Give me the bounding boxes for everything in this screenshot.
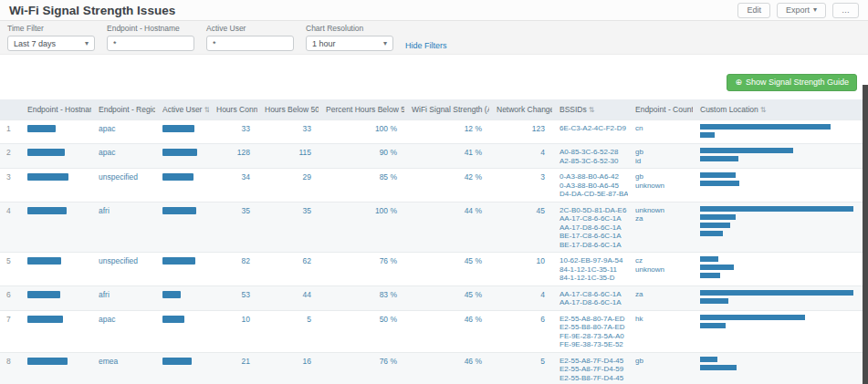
cell-active-user: [155, 120, 209, 144]
cell-endpoint-hostname: [20, 202, 91, 253]
col-header-custom-location[interactable]: Custom Location⇅: [693, 99, 863, 120]
issues-table: Endpoint - Hostname⇅Endpoint - Region⇅Ac…: [0, 99, 863, 384]
cell-wifi-signal-strength-avg: 45 %: [404, 285, 489, 310]
col-header-endpoint-country[interactable]: Endpoint - Country⇅: [628, 99, 693, 120]
edit-button[interactable]: Edit: [737, 3, 770, 18]
table-row[interactable]: 7apac10550 %46 %6E2-55-A8-80-7A-EDE2-55-…: [0, 310, 863, 352]
caret-down-icon: ▾: [383, 39, 387, 47]
hostname-redacted-bar: [27, 316, 63, 323]
table-row[interactable]: 1apac3333100 %12 %1236E-C3-A2-4C-F2-D9cn: [0, 120, 863, 144]
cell-hours-connected: 33: [209, 120, 257, 144]
col-header-label: Hours Below 50%: [265, 105, 319, 114]
table-row[interactable]: 2apac12811590 %41 %4A0-85-3C-6-52-28A2-8…: [0, 144, 863, 169]
chart-resolution-group: Chart Resolution 1 hour ▾: [306, 24, 393, 51]
col-header-endpoint-region[interactable]: Endpoint - Region⇅: [91, 99, 155, 120]
bssid-value: D4-DA-CD-5E-87-BA: [559, 190, 621, 199]
cell-custom-location: [693, 144, 863, 169]
cell-hours-connected: 35: [209, 202, 257, 253]
cell-endpoint-hostname: [20, 352, 91, 384]
active-user-filter-input[interactable]: [213, 39, 288, 48]
hostname-redacted-bar: [27, 207, 67, 214]
hostname-filter-label: Endpoint - Hostname: [107, 24, 194, 33]
col-header-network-changes[interactable]: Network Changes⇅: [489, 99, 552, 120]
table-row[interactable]: 5unspecified826276 %45 %1010-62-EB-97-9A…: [0, 253, 863, 286]
col-header-percent-hours-below-50[interactable]: Percent Hours Below 50%⇅: [319, 99, 404, 120]
cell-custom-location: [693, 169, 863, 202]
table-row[interactable]: 3unspecified342985 %42 %30-A3-88-B0-A6-4…: [0, 169, 863, 202]
col-header-label: Endpoint - Region: [99, 105, 155, 114]
vertical-scrollbar[interactable]: [863, 85, 868, 384]
cell-wifi-signal-strength-avg: 41 %: [404, 144, 489, 169]
hide-filters-link[interactable]: Hide Filters: [405, 41, 447, 50]
col-header-label: Hours Connected: [216, 105, 257, 114]
col-header-hours-below-50[interactable]: Hours Below 50%⇅: [257, 99, 319, 120]
cell-row-index: 3: [0, 169, 20, 202]
page-header: Wi-Fi Signal Strength Issues Edit Export…: [0, 0, 868, 20]
col-header-hours-connected[interactable]: Hours Connected⇅: [209, 99, 257, 120]
cell-endpoint-region: afri: [91, 285, 155, 310]
bssid-value: FE-9E-38-73-5E-52: [559, 340, 621, 349]
active-user-redacted-bar: [162, 358, 192, 365]
active-user-filter-group: Active User: [206, 24, 294, 51]
cell-wifi-signal-strength-avg: 44 %: [404, 202, 489, 253]
active-user-filter-label: Active User: [206, 24, 294, 33]
hostname-redacted-bar: [27, 291, 60, 298]
cell-percent-hours-below-50: 85 %: [319, 169, 404, 202]
col-header-bssids[interactable]: BSSIDs⇅: [552, 99, 628, 120]
cell-network-changes: 5: [489, 352, 552, 384]
cell-wifi-signal-strength-avg: 12 %: [404, 120, 489, 144]
active-user-redacted-bar: [162, 316, 184, 323]
export-button[interactable]: Export▾: [777, 3, 826, 18]
cell-active-user: [155, 352, 209, 384]
more-options-button[interactable]: …: [832, 3, 859, 18]
col-header-active-user[interactable]: Active User⇅: [155, 99, 209, 120]
show-signal-strength-guide-button[interactable]: ⊕ Show Signal Strength Guide: [727, 74, 857, 91]
country-value: gb: [635, 172, 685, 182]
cell-wifi-signal-strength-avg: 46 %: [404, 352, 489, 384]
bssid-value: AA-17-D8-6-6C-1A: [559, 223, 621, 233]
hostname-redacted-bar: [27, 257, 61, 265]
caret-down-icon: ▾: [813, 6, 817, 14]
country-value: cz: [635, 256, 685, 265]
bssid-value: BE-17-C8-6-6C-1A: [559, 232, 621, 241]
active-user-filter-field: [206, 36, 294, 51]
cell-hours-connected: 21: [209, 352, 257, 384]
time-filter-select[interactable]: Last 7 days ▾: [7, 36, 95, 51]
custom-location-bar: [700, 265, 734, 270]
table-row[interactable]: 8emea211676 %46 %5E2-55-A8-7F-D4-45E2-55…: [0, 352, 863, 384]
cell-hours-below-50: 62: [257, 253, 319, 286]
custom-location-bar: [700, 298, 728, 304]
col-header-label: BSSIDs: [559, 105, 587, 114]
col-header-wifi-signal-strength-avg[interactable]: WiFi Signal Strength (Avg)⇅: [404, 99, 489, 120]
custom-location-bar: [700, 273, 720, 278]
cell-custom-location: [693, 310, 863, 352]
cell-percent-hours-below-50: 50 %: [319, 310, 404, 352]
custom-location-bar: [700, 290, 853, 296]
time-filter-group: Time Filter Last 7 days ▾: [7, 24, 95, 51]
cell-custom-location: [693, 285, 863, 310]
country-value: id: [635, 157, 685, 166]
sort-icon: ⇅: [589, 106, 595, 114]
cell-endpoint-country: gb: [628, 352, 693, 384]
cell-network-changes: 4: [489, 144, 552, 169]
col-header-endpoint-hostname[interactable]: Endpoint - Hostname⇅: [20, 99, 91, 120]
cell-hours-connected: 10: [209, 310, 257, 352]
cell-percent-hours-below-50: 90 %: [319, 144, 404, 169]
bssid-value: A2-85-3C-6-52-30: [559, 157, 621, 166]
cell-hours-below-50: 35: [257, 202, 319, 253]
chart-resolution-select[interactable]: 1 hour ▾: [306, 36, 393, 51]
cell-endpoint-hostname: [20, 120, 91, 144]
hostname-filter-input[interactable]: [113, 39, 188, 48]
cell-network-changes: 10: [489, 253, 552, 286]
cell-bssids: 0-A3-88-B0-A6-420-A3-88-B0-A6-45D4-DA-CD…: [552, 169, 628, 202]
table-row[interactable]: 6afri534483 %45 %4AA-17-C8-6-6C-1AAA-17-…: [0, 285, 863, 310]
chart-resolution-value: 1 hour: [312, 39, 336, 48]
bssid-value: 10-62-EB-97-9A-54: [559, 256, 621, 265]
custom-location-bar: [700, 231, 723, 236]
table-row[interactable]: 4afri3535100 %44 %452C-B0-5D-81-DA-E6AA-…: [0, 202, 863, 253]
country-value: hk: [635, 315, 685, 324]
country-value: gb: [635, 148, 685, 157]
hostname-redacted-bar: [27, 358, 68, 365]
hostname-filter-group: Endpoint - Hostname: [107, 24, 194, 51]
cell-row-index: 5: [0, 253, 20, 286]
